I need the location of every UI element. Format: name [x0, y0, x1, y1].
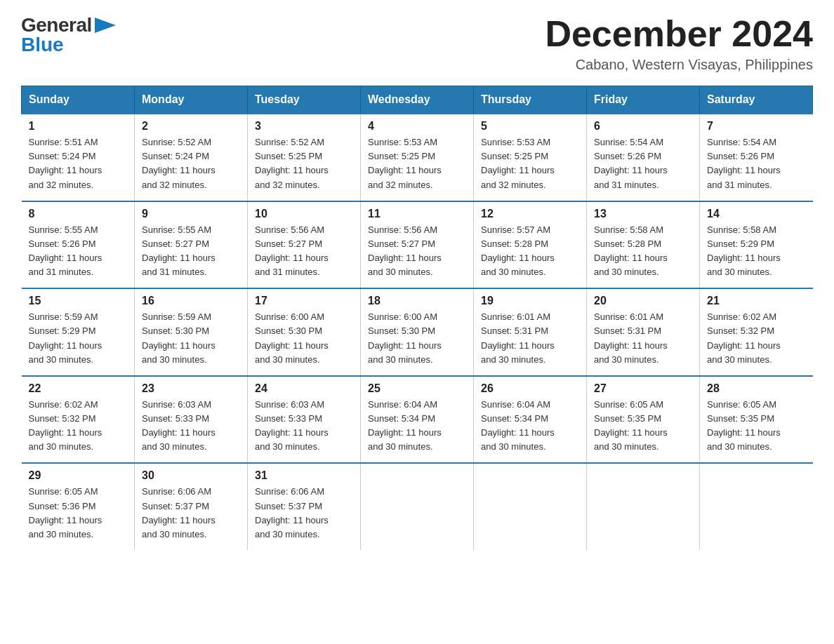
day-info: Sunrise: 6:02 AMSunset: 5:32 PMDaylight:… [29, 399, 102, 452]
day-number: 11 [368, 208, 466, 220]
day-number: 23 [142, 382, 240, 395]
day-info: Sunrise: 5:57 AMSunset: 5:28 PMDaylight:… [481, 224, 555, 277]
calendar-day-cell: 14 Sunrise: 5:58 AMSunset: 5:29 PMDaylig… [700, 201, 813, 289]
calendar-day-cell: 29 Sunrise: 6:05 AMSunset: 5:36 PMDaylig… [22, 463, 135, 550]
day-number: 17 [255, 295, 353, 307]
calendar-day-cell: 1 Sunrise: 5:51 AMSunset: 5:24 PMDayligh… [22, 114, 135, 201]
logo: General Blue [21, 14, 116, 56]
calendar-day-cell: 8 Sunrise: 5:55 AMSunset: 5:26 PMDayligh… [22, 201, 135, 289]
day-number: 3 [255, 120, 353, 133]
day-info: Sunrise: 6:01 AMSunset: 5:31 PMDaylight:… [594, 311, 668, 364]
calendar-day-cell: 19 Sunrise: 6:01 AMSunset: 5:31 PMDaylig… [474, 288, 587, 376]
day-info: Sunrise: 5:58 AMSunset: 5:29 PMDaylight:… [707, 224, 781, 277]
day-number: 13 [594, 208, 692, 220]
calendar-day-cell: 9 Sunrise: 5:55 AMSunset: 5:27 PMDayligh… [135, 201, 248, 289]
day-info: Sunrise: 5:56 AMSunset: 5:27 PMDaylight:… [255, 224, 329, 277]
calendar-day-cell: 4 Sunrise: 5:53 AMSunset: 5:25 PMDayligh… [361, 114, 474, 201]
day-number: 24 [255, 382, 353, 395]
calendar-day-cell: 31 Sunrise: 6:06 AMSunset: 5:37 PMDaylig… [248, 463, 361, 550]
day-info: Sunrise: 5:53 AMSunset: 5:25 PMDaylight:… [481, 137, 555, 189]
day-number: 9 [142, 208, 240, 220]
day-info: Sunrise: 6:00 AMSunset: 5:30 PMDaylight:… [255, 311, 329, 364]
day-number: 16 [142, 295, 240, 307]
day-info: Sunrise: 6:05 AMSunset: 5:36 PMDaylight:… [29, 486, 102, 539]
calendar-day-cell: 6 Sunrise: 5:54 AMSunset: 5:26 PMDayligh… [587, 114, 700, 201]
calendar-day-cell: 11 Sunrise: 5:56 AMSunset: 5:27 PMDaylig… [361, 201, 474, 289]
day-info: Sunrise: 5:54 AMSunset: 5:26 PMDaylight:… [594, 137, 668, 189]
calendar-day-cell: 20 Sunrise: 6:01 AMSunset: 5:31 PMDaylig… [587, 288, 700, 376]
day-info: Sunrise: 5:55 AMSunset: 5:26 PMDaylight:… [29, 224, 102, 277]
calendar-day-cell: 3 Sunrise: 5:52 AMSunset: 5:25 PMDayligh… [248, 114, 361, 201]
day-info: Sunrise: 5:51 AMSunset: 5:24 PMDaylight:… [29, 137, 102, 189]
day-info: Sunrise: 6:03 AMSunset: 5:33 PMDaylight:… [142, 399, 216, 452]
day-number: 5 [481, 120, 579, 133]
calendar-day-cell: 21 Sunrise: 6:02 AMSunset: 5:32 PMDaylig… [700, 288, 813, 376]
day-info: Sunrise: 5:55 AMSunset: 5:27 PMDaylight:… [142, 224, 216, 277]
day-number: 19 [481, 295, 579, 307]
day-info: Sunrise: 5:53 AMSunset: 5:25 PMDaylight:… [368, 137, 442, 189]
day-number: 14 [707, 208, 806, 220]
calendar-day-cell: 26 Sunrise: 6:04 AMSunset: 5:34 PMDaylig… [474, 376, 587, 464]
calendar-day-cell: 25 Sunrise: 6:04 AMSunset: 5:34 PMDaylig… [361, 376, 474, 464]
title-area: December 2024 Cabano, Western Visayas, P… [545, 14, 813, 73]
weekday-header-cell: Monday [135, 86, 248, 114]
weekday-header-cell: Tuesday [248, 86, 361, 114]
calendar-day-cell: 2 Sunrise: 5:52 AMSunset: 5:24 PMDayligh… [135, 114, 248, 201]
day-number: 29 [29, 469, 128, 482]
calendar-day-cell: 7 Sunrise: 5:54 AMSunset: 5:26 PMDayligh… [700, 114, 813, 201]
day-number: 7 [707, 120, 806, 133]
day-number: 4 [368, 120, 466, 133]
weekday-header-cell: Wednesday [361, 86, 474, 114]
calendar-day-cell: 24 Sunrise: 6:03 AMSunset: 5:33 PMDaylig… [248, 376, 361, 464]
calendar-day-cell: 23 Sunrise: 6:03 AMSunset: 5:33 PMDaylig… [135, 376, 248, 464]
day-number: 18 [368, 295, 466, 307]
day-number: 22 [29, 382, 128, 395]
day-info: Sunrise: 6:06 AMSunset: 5:37 PMDaylight:… [255, 486, 329, 539]
day-info: Sunrise: 6:03 AMSunset: 5:33 PMDaylight:… [255, 399, 329, 452]
day-info: Sunrise: 6:04 AMSunset: 5:34 PMDaylight:… [368, 399, 442, 452]
day-info: Sunrise: 6:04 AMSunset: 5:34 PMDaylight:… [481, 399, 555, 452]
calendar-day-cell: 15 Sunrise: 5:59 AMSunset: 5:29 PMDaylig… [22, 288, 135, 376]
calendar-body: 1 Sunrise: 5:51 AMSunset: 5:24 PMDayligh… [22, 114, 813, 550]
svg-marker-0 [95, 18, 116, 33]
day-info: Sunrise: 6:02 AMSunset: 5:32 PMDaylight:… [707, 311, 781, 364]
weekday-header-cell: Saturday [700, 86, 813, 114]
day-number: 31 [255, 469, 353, 482]
day-info: Sunrise: 5:58 AMSunset: 5:28 PMDaylight:… [594, 224, 668, 277]
weekday-header-row: SundayMondayTuesdayWednesdayThursdayFrid… [22, 86, 813, 114]
weekday-header-cell: Sunday [22, 86, 135, 114]
calendar-day-cell: 10 Sunrise: 5:56 AMSunset: 5:27 PMDaylig… [248, 201, 361, 289]
calendar-day-cell: 18 Sunrise: 6:00 AMSunset: 5:30 PMDaylig… [361, 288, 474, 376]
calendar-day-cell: 5 Sunrise: 5:53 AMSunset: 5:25 PMDayligh… [474, 114, 587, 201]
calendar-subtitle: Cabano, Western Visayas, Philippines [545, 57, 813, 73]
header: General Blue December 2024 Cabano, Weste… [21, 14, 813, 73]
day-number: 8 [29, 208, 128, 220]
day-info: Sunrise: 6:01 AMSunset: 5:31 PMDaylight:… [481, 311, 555, 364]
calendar-week-row: 8 Sunrise: 5:55 AMSunset: 5:26 PMDayligh… [22, 201, 813, 289]
logo-flag-icon [95, 18, 116, 33]
day-info: Sunrise: 5:52 AMSunset: 5:25 PMDaylight:… [255, 137, 329, 189]
calendar-day-cell: 12 Sunrise: 5:57 AMSunset: 5:28 PMDaylig… [474, 201, 587, 289]
day-number: 6 [594, 120, 692, 133]
calendar-day-cell: 16 Sunrise: 5:59 AMSunset: 5:30 PMDaylig… [135, 288, 248, 376]
day-number: 25 [368, 382, 466, 395]
day-number: 1 [29, 120, 128, 133]
day-number: 15 [29, 295, 128, 307]
day-info: Sunrise: 5:52 AMSunset: 5:24 PMDaylight:… [142, 137, 216, 189]
day-info: Sunrise: 5:59 AMSunset: 5:29 PMDaylight:… [29, 311, 102, 364]
calendar-day-cell [361, 463, 474, 550]
day-info: Sunrise: 6:05 AMSunset: 5:35 PMDaylight:… [594, 399, 668, 452]
calendar-day-cell [474, 463, 587, 550]
day-info: Sunrise: 5:54 AMSunset: 5:26 PMDaylight:… [707, 137, 781, 189]
day-number: 10 [255, 208, 353, 220]
day-number: 28 [707, 382, 806, 395]
calendar-day-cell [700, 463, 813, 550]
calendar-day-cell: 28 Sunrise: 6:05 AMSunset: 5:35 PMDaylig… [700, 376, 813, 464]
day-number: 30 [142, 469, 240, 482]
day-number: 2 [142, 120, 240, 133]
calendar-week-row: 15 Sunrise: 5:59 AMSunset: 5:29 PMDaylig… [22, 288, 813, 376]
calendar-table: SundayMondayTuesdayWednesdayThursdayFrid… [21, 86, 813, 550]
day-number: 21 [707, 295, 806, 307]
calendar-day-cell: 17 Sunrise: 6:00 AMSunset: 5:30 PMDaylig… [248, 288, 361, 376]
calendar-title: December 2024 [545, 14, 813, 54]
